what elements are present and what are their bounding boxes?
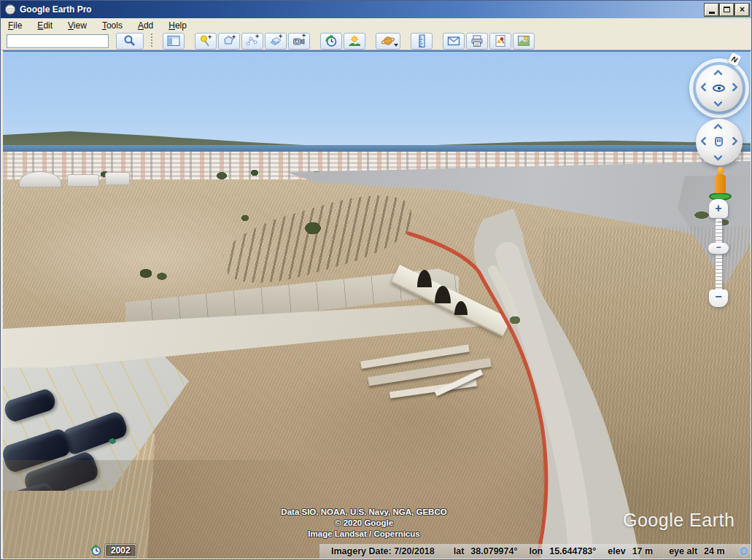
close-button[interactable]: × <box>735 4 749 16</box>
move-up-arrow-icon[interactable] <box>713 123 723 133</box>
look-down-arrow-icon[interactable] <box>713 98 723 107</box>
status-bar: Imagery Date: 7/20/2018 lat 38.079974° l… <box>319 544 751 559</box>
svg-text:+: + <box>255 34 259 40</box>
search-icon <box>123 34 137 48</box>
maximize-icon <box>724 7 730 12</box>
record-tour-button[interactable]: + <box>288 33 310 50</box>
camcorder-icon: + <box>292 34 306 48</box>
minimize-button[interactable] <box>705 4 718 16</box>
sunlight-button[interactable] <box>344 33 365 50</box>
move-down-arrow-icon[interactable] <box>713 152 723 161</box>
eye-icon <box>713 85 725 92</box>
menu-edit[interactable]: Edit <box>37 20 53 31</box>
move-right-arrow-icon[interactable] <box>729 136 738 146</box>
menu-add[interactable]: Add <box>138 20 153 31</box>
add-polygon-button[interactable]: + <box>218 33 240 50</box>
minimize-icon <box>709 12 715 14</box>
dropdown-caret-icon <box>394 44 398 47</box>
titlebar[interactable]: Google Earth Pro × <box>1 1 751 18</box>
history-clock-icon <box>324 34 339 48</box>
pegman[interactable] <box>708 167 734 201</box>
toolbar-separator <box>151 34 152 48</box>
window-title: Google Earth Pro <box>20 4 703 15</box>
toolbar: + + + + + <box>1 32 751 50</box>
imagery-year-badge[interactable]: 2002 <box>105 544 136 557</box>
print-button[interactable] <box>466 33 488 50</box>
menu-file[interactable]: File <box>8 20 22 31</box>
attribution-line: Image Landsat / Copernicus <box>189 529 539 540</box>
polygon-icon: + <box>222 34 236 48</box>
streaming-indicator-icon <box>740 547 748 556</box>
lon-value: 15.644783° <box>549 546 596 556</box>
menu-help[interactable]: Help <box>168 20 187 31</box>
sidebar-toggle-button[interactable] <box>163 33 185 50</box>
lat-value: 38.079974° <box>470 546 517 556</box>
lon-label: lon <box>529 546 543 556</box>
email-button[interactable] <box>443 33 465 50</box>
svg-text:+: + <box>302 34 306 39</box>
eye-alt-value: 24 m <box>704 546 725 556</box>
save-image-button[interactable] <box>489 33 511 50</box>
print-icon <box>470 34 484 48</box>
planets-button[interactable] <box>376 33 400 50</box>
svg-text:+: + <box>232 34 236 41</box>
google-maps-icon <box>516 34 531 48</box>
ruler-icon <box>414 34 430 49</box>
close-icon: × <box>740 5 745 14</box>
svg-text:+: + <box>208 34 212 41</box>
globe-app-icon <box>4 4 16 15</box>
attribution-line: Data SIO, NOAA, U.S. Navy, NGA, GEBCO <box>189 507 539 518</box>
saturn-icon <box>381 34 395 48</box>
search-button[interactable] <box>116 33 144 50</box>
zoom-slider-thumb[interactable]: − <box>708 243 729 254</box>
path-icon: + <box>245 34 260 48</box>
historical-imagery-button[interactable] <box>320 33 342 50</box>
view-in-maps-button[interactable] <box>513 33 535 50</box>
attribution: Data SIO, NOAA, U.S. Navy, NGA, GEBCO © … <box>189 507 539 540</box>
menu-tools[interactable]: Tools <box>102 20 123 31</box>
svg-text:+: + <box>279 34 282 40</box>
pan-hand-icon <box>715 137 723 147</box>
look-left-arrow-icon[interactable] <box>700 82 710 92</box>
add-placemark-button[interactable]: + <box>195 33 217 50</box>
move-left-arrow-icon[interactable] <box>700 136 710 146</box>
image-overlay-icon: + <box>268 34 283 48</box>
earth-viewport[interactable]: Data SIO, NOAA, U.S. Navy, NGA, GEBCO © … <box>3 50 751 559</box>
menu-view[interactable]: View <box>68 20 87 31</box>
google-earth-window: Google Earth Pro × File Edit View Tools … <box>0 0 752 560</box>
sun-icon <box>347 34 362 48</box>
eye-alt-label: eye alt <box>669 546 697 556</box>
menubar: File Edit View Tools Add Help <box>1 18 751 32</box>
look-right-arrow-icon[interactable] <box>729 82 738 92</box>
elev-value: 17 m <box>632 546 654 556</box>
imagery-date: Imagery Date: 7/20/2018 <box>331 546 435 556</box>
maximize-button[interactable] <box>720 4 734 16</box>
add-image-overlay-button[interactable]: + <box>265 33 287 50</box>
google-earth-watermark: Google Earth <box>623 510 734 531</box>
attribution-line: © 2020 Google <box>189 518 539 529</box>
sidebar-icon <box>166 34 181 48</box>
zoom-slider-track[interactable] <box>716 218 722 292</box>
look-joystick[interactable] <box>696 65 743 112</box>
email-icon <box>446 34 461 48</box>
look-up-arrow-icon[interactable] <box>713 69 723 79</box>
pegman-body <box>715 174 726 193</box>
zoom-out-button[interactable]: − <box>709 289 728 307</box>
add-path-button[interactable]: + <box>241 33 263 50</box>
zoom-in-button[interactable]: + <box>709 199 728 218</box>
save-image-icon <box>493 34 508 48</box>
search-input[interactable] <box>7 34 109 48</box>
lat-label: lat <box>454 546 465 556</box>
move-joystick[interactable] <box>696 119 743 166</box>
history-clock-icon <box>89 543 103 557</box>
ruler-button[interactable] <box>411 33 433 50</box>
pegman-head <box>717 167 724 174</box>
historical-imagery-indicator[interactable]: 2002 <box>89 543 136 557</box>
placemark-icon: + <box>198 34 213 48</box>
elev-label: elev <box>608 546 625 556</box>
